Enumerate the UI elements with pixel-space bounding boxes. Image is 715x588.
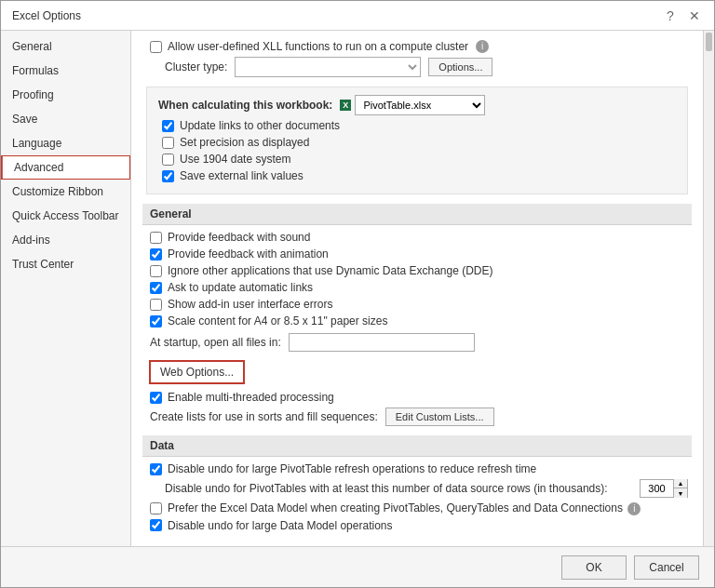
gen-threading-checkbox[interactable] — [150, 392, 162, 404]
gen-sound-checkbox[interactable] — [150, 232, 162, 244]
wb-update-links-label: Update links to other documents — [180, 119, 340, 132]
gen-feedback-sound: Provide feedback with sound — [146, 231, 688, 244]
wb-1904-checkbox[interactable] — [162, 154, 174, 166]
general-section-header: General — [142, 204, 692, 225]
data-undo-pivot-label: Disable undo for large PivotTable refres… — [168, 462, 536, 475]
cluster-options-button[interactable]: Options... — [428, 58, 492, 76]
gen-scale-a4: Scale content for A4 or 8.5 x 11" paper … — [146, 314, 688, 327]
sidebar-item-customize-ribbon[interactable]: Customize Ribbon — [1, 180, 130, 204]
web-options-button[interactable]: Web Options... — [150, 361, 244, 383]
data-disable-undo-model: Disable undo for large Data Model operat… — [146, 519, 688, 532]
data-undo-model-label: Disable undo for large Data Model operat… — [168, 519, 392, 532]
wb-1904-label: Use 1904 date system — [180, 153, 290, 166]
workbook-select[interactable]: PivotTable.xlsx — [355, 95, 485, 115]
data-disable-undo-pivot: Disable undo for large PivotTable refres… — [146, 462, 688, 475]
sidebar-item-trust-center[interactable]: Trust Center — [1, 252, 130, 276]
data-prefer-model-label: Prefer the Excel Data Model when creatin… — [168, 501, 641, 515]
main-content: General Formulas Proofing Save Language … — [1, 31, 714, 546]
spinbox-label: Disable undo for PivotTables with at lea… — [165, 482, 634, 495]
wb-update-links-checkbox[interactable] — [162, 120, 174, 132]
gen-scale-checkbox[interactable] — [150, 315, 162, 327]
data-prefer-model-checkbox[interactable] — [150, 502, 162, 514]
data-section-header: Data — [142, 435, 692, 457]
custom-lists-label: Create lists for use in sorts and fill s… — [150, 410, 378, 423]
gen-update-links: Ask to update automatic links — [146, 281, 688, 294]
sidebar-item-add-ins[interactable]: Add-ins — [1, 228, 130, 252]
gen-addin-errors: Show add-in user interface errors — [146, 298, 688, 311]
gen-sound-label: Provide feedback with sound — [168, 231, 310, 244]
xll-checkbox-row: Allow user-defined XLL functions to run … — [146, 40, 688, 53]
custom-lists-button[interactable]: Edit Custom Lists... — [385, 408, 494, 426]
gen-feedback-animation: Provide feedback with animation — [146, 247, 688, 261]
footer: OK Cancel — [1, 546, 714, 587]
general-section: General Provide feedback with sound Prov… — [146, 204, 688, 426]
gen-links-checkbox[interactable] — [150, 282, 162, 294]
wb-checkbox-1904: Use 1904 date system — [158, 153, 676, 166]
window-title: Excel Options — [12, 9, 81, 22]
wb-checkbox-save-external: Save external link values — [158, 169, 676, 182]
wb-save-external-checkbox[interactable] — [162, 170, 174, 182]
data-undo-model-checkbox[interactable] — [150, 519, 162, 531]
scrollbar[interactable] — [703, 31, 714, 546]
sidebar-item-advanced[interactable]: Advanced — [1, 155, 130, 180]
title-bar-controls: ? ✕ — [662, 7, 703, 24]
startup-input[interactable] — [289, 333, 475, 352]
workbook-label: When calculating this workbook: — [158, 99, 332, 112]
excel-options-window: Excel Options ? ✕ General Formulas Proof… — [0, 0, 715, 588]
sidebar-item-proofing[interactable]: Proofing — [1, 83, 130, 107]
gen-animation-label: Provide feedback with animation — [168, 247, 329, 261]
close-button[interactable]: ✕ — [686, 7, 703, 24]
workbook-section: When calculating this workbook: X PivotT… — [146, 87, 688, 194]
spinbox-up-button[interactable]: ▲ — [674, 479, 687, 488]
cluster-type-dropdown[interactable] — [235, 57, 421, 77]
spinbox-arrows: ▲ ▼ — [673, 479, 687, 498]
sidebar-item-save[interactable]: Save — [1, 107, 130, 131]
content-area: Allow user-defined XLL functions to run … — [131, 31, 703, 546]
sidebar-item-language[interactable]: Language — [1, 131, 130, 155]
sidebar-item-quick-access[interactable]: Quick Access Toolbar — [1, 204, 130, 228]
spinbox-down-button[interactable]: ▼ — [674, 488, 687, 498]
sidebar: General Formulas Proofing Save Language … — [1, 31, 131, 546]
gen-addin-label: Show add-in user interface errors — [168, 298, 332, 311]
wb-checkbox-precision: Set precision as displayed — [158, 136, 676, 149]
xll-info-icon: i — [476, 40, 489, 53]
help-button[interactable]: ? — [662, 7, 679, 24]
sidebar-item-formulas[interactable]: Formulas — [1, 59, 130, 83]
gen-links-label: Ask to update automatic links — [168, 281, 313, 294]
prefer-model-info-icon: i — [627, 502, 641, 515]
spinbox-row: Disable undo for PivotTables with at lea… — [146, 479, 688, 498]
web-options-container: Web Options... — [146, 357, 688, 387]
xlsx-icon: X — [340, 100, 351, 111]
data-prefer-model: Prefer the Excel Data Model when creatin… — [146, 501, 688, 515]
sidebar-item-general[interactable]: General — [1, 34, 130, 59]
gen-animation-checkbox[interactable] — [150, 248, 162, 261]
startup-row: At startup, open all files in: — [146, 333, 688, 352]
wb-precision-label: Set precision as displayed — [180, 136, 309, 149]
gen-dde-checkbox[interactable] — [150, 265, 162, 277]
wb-checkbox-update-links: Update links to other documents — [158, 119, 676, 132]
gen-scale-label: Scale content for A4 or 8.5 x 11" paper … — [168, 314, 387, 327]
xll-allow-checkbox[interactable] — [150, 41, 162, 53]
cancel-button[interactable]: Cancel — [634, 555, 699, 580]
gen-ignore-dde: Ignore other applications that use Dynam… — [146, 264, 688, 277]
gen-threading: Enable multi-threaded processing — [146, 391, 688, 404]
workbook-header-row: When calculating this workbook: X PivotT… — [158, 95, 676, 115]
ok-button[interactable]: OK — [561, 555, 627, 580]
wb-save-external-label: Save external link values — [180, 169, 304, 182]
spinbox: 300 ▲ ▼ — [640, 479, 688, 498]
startup-label: At startup, open all files in: — [150, 336, 281, 349]
workbook-dropdown: X PivotTable.xlsx — [340, 95, 485, 115]
data-undo-pivot-checkbox[interactable] — [150, 463, 162, 475]
cluster-type-label: Cluster type: — [165, 60, 227, 74]
xll-section: Allow user-defined XLL functions to run … — [146, 40, 688, 77]
gen-dde-label: Ignore other applications that use Dynam… — [168, 264, 493, 277]
wb-precision-checkbox[interactable] — [162, 137, 174, 149]
title-bar: Excel Options ? ✕ — [1, 1, 714, 31]
content-scroll-wrapper: Allow user-defined XLL functions to run … — [131, 31, 714, 546]
data-section: Data Disable undo for large PivotTable r… — [146, 435, 688, 532]
gen-threading-label: Enable multi-threaded processing — [168, 391, 334, 404]
custom-lists-row: Create lists for use in sorts and fill s… — [146, 408, 688, 426]
gen-addin-checkbox[interactable] — [150, 299, 162, 311]
xll-allow-label: Allow user-defined XLL functions to run … — [168, 40, 468, 53]
spinbox-input[interactable]: 300 — [641, 480, 673, 497]
